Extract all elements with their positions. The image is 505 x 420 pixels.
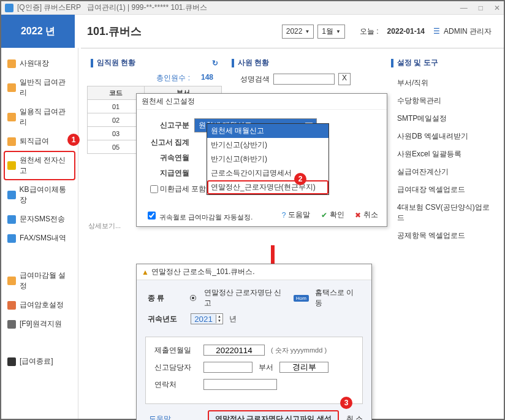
sidebar-item-password[interactable]: 급여암호설정	[4, 296, 75, 315]
contact-input[interactable]	[203, 379, 277, 390]
setting-item[interactable]: 실급여잔계산기	[397, 163, 495, 181]
year-select[interactable]: 2022▼	[282, 25, 314, 39]
setting-item[interactable]: 급여대장 엑셀업로드	[397, 181, 495, 199]
dropdown-option[interactable]: 원천세 매월신고	[207, 124, 328, 138]
setting-item[interactable]: 4대보험 CSV(공단양식)업로드	[397, 199, 495, 227]
exit-icon	[7, 357, 16, 366]
cancel-link[interactable]: 취 소	[346, 414, 363, 420]
generate-file-button[interactable]: 연말정산 근로자명단 신고파일 생성	[208, 410, 339, 420]
search-label: 성명검색	[240, 74, 270, 85]
cancel-button[interactable]: ✖취소	[355, 210, 378, 220]
sidebar-item-exit[interactable]: [급여종료]	[4, 352, 75, 371]
today-label: 오늘 :	[360, 26, 379, 37]
help-label: 도움말	[288, 210, 310, 220]
spin-up[interactable]: ▲	[216, 315, 222, 319]
setting-item[interactable]: 수당항목관리	[397, 92, 495, 110]
ok-label: 확인	[330, 210, 344, 220]
sidebar: 사원대장 일반직 급여관리 일용직 급여관리 퇴직급여 원천세 전자신고 KB급…	[1, 48, 78, 419]
help-link[interactable]: 도움말	[149, 414, 171, 420]
attrib-year-label: 귀속연월	[148, 153, 194, 163]
manager-input[interactable]	[203, 362, 252, 373]
dropdown-option[interactable]: 반기신고(하반기)	[207, 152, 328, 166]
total-label: 총인원수 :	[156, 73, 190, 83]
contact-label: 연락처	[154, 380, 197, 390]
sidebar-item-label: 문자SMS전송	[20, 214, 65, 224]
ok-button[interactable]: ✔확인	[321, 210, 344, 220]
sidebar-item-fax-history[interactable]: FAX/SMS내역	[4, 229, 75, 248]
callout-1: 1	[67, 134, 80, 146]
help-icon: ?	[282, 211, 286, 220]
year-input[interactable]	[191, 314, 216, 324]
radio-label: 연말정산 근로자명단 신고	[204, 288, 287, 308]
doc-icon	[7, 59, 16, 68]
maximize-button[interactable]: □	[479, 4, 483, 12]
refresh-icon[interactable]: ↻	[212, 59, 218, 67]
sidebar-item-label: 일반직 급여관리	[20, 77, 72, 98]
total-value: 148	[201, 73, 222, 83]
doc-icon	[7, 137, 16, 146]
sidebar-item-sms[interactable]: 문자SMS전송	[4, 210, 75, 229]
setting-item[interactable]: SMTP메일설정	[397, 110, 495, 128]
setting-item[interactable]: 사원Excel 일괄등록	[397, 145, 495, 163]
remote-icon	[7, 320, 16, 329]
spin-down[interactable]: ▼	[216, 319, 222, 323]
name-search-input[interactable]	[273, 74, 335, 85]
setting-item[interactable]: 공제항목 엑셀업로드	[397, 227, 495, 245]
sidebar-item-withholding-tax[interactable]: 원천세 전자신고	[4, 151, 75, 180]
modal-yearend-labor-income: ▲연말정산 근로소득_101.큐버스. 종 류 연말정산 근로자명단 신고 Ho…	[136, 264, 372, 420]
setting-item[interactable]: 사원DB 엑셀내려받기	[397, 128, 495, 145]
year-badge: 2022 년	[1, 15, 75, 48]
modal2-title: 연말정산 근로소득_101.큐버스.	[151, 267, 255, 277]
sidebar-item-label: 사원대장	[20, 58, 49, 69]
admin-user: ADMIN 관리자	[444, 26, 492, 37]
caret-down-icon: ▼	[336, 29, 341, 34]
x-icon: ✖	[355, 211, 361, 220]
bank-icon	[7, 191, 16, 199]
sidebar-item-label: 일용직 급여관리	[20, 107, 72, 128]
kind-label: 종 류	[148, 293, 184, 304]
titlebar-app: [Q인증] 큐버스ERP	[17, 2, 81, 13]
sidebar-item-remote-support[interactable]: [F9]원격지원	[4, 315, 75, 334]
sidebar-item-label: 퇴직급여	[20, 136, 49, 147]
submit-date-input[interactable]	[203, 345, 265, 356]
fax-icon	[7, 234, 16, 243]
sidebar-item-daily-pay[interactable]: 일용직 급여관리	[4, 102, 75, 132]
unrefunded-checkbox[interactable]	[150, 185, 158, 193]
hometax-link[interactable]: 홈택스로 이동	[315, 288, 360, 308]
dropdown-option[interactable]: 반기신고(상반기)	[207, 138, 328, 152]
dropdown-option[interactable]: 근로소득간이지급명세서	[207, 166, 328, 180]
panel-title: 임직원 현황	[97, 58, 135, 68]
unrefunded-label: 미환급세 포함	[160, 184, 206, 194]
list-icon: ☰	[433, 27, 440, 36]
doc-icon	[7, 83, 16, 92]
year-unit: 년	[229, 314, 237, 324]
sidebar-item-label: 원천세 전자신고	[20, 155, 72, 176]
sidebar-item-kb-account[interactable]: KB급여이체통장	[4, 180, 75, 210]
sidebar-item-regular-pay[interactable]: 일반직 급여관리	[4, 73, 75, 102]
app-icon	[5, 4, 13, 12]
month-select[interactable]: 1월▼	[317, 25, 345, 39]
type-dropdown-list: 원천세 매월신고 반기신고(상반기) 반기신고(하반기) 근로소득간이지급명세서…	[207, 123, 329, 195]
panel-title: 사원 현황	[238, 58, 269, 68]
hometax-icon: Hom	[294, 295, 309, 302]
today-value: 2022-01-14	[387, 27, 425, 36]
sidebar-item-close-month[interactable]: 급여마감월 설정	[4, 266, 75, 296]
close-button[interactable]: ✕	[494, 4, 500, 12]
minimize-button[interactable]: —	[460, 4, 468, 12]
autoset-checkbox[interactable]	[148, 212, 156, 220]
submit-date-label: 제출연월일	[154, 345, 197, 356]
dropdown-option-yearend[interactable]: 연말정산_근로자명단(현근무지)	[207, 180, 328, 194]
clear-search-button[interactable]: X	[338, 73, 351, 85]
help-button[interactable]: ?도움말	[282, 210, 311, 220]
dept-input[interactable]	[279, 362, 328, 373]
star-icon	[7, 161, 16, 170]
titlebar-sub: 급여관리(1) | 999-**-***** 101.큐버스	[87, 2, 207, 13]
callout-3: 3	[340, 397, 352, 409]
setting-item[interactable]: 부서/직위	[397, 74, 495, 92]
kind-radio[interactable]	[190, 295, 196, 301]
sidebar-item-employee-ledger[interactable]: 사원대장	[4, 54, 75, 73]
year-spinner[interactable]: ▲▼	[191, 313, 223, 324]
modal1-title: 원천세 신고설정	[137, 94, 387, 110]
cancel-label: 취소	[363, 210, 378, 220]
sidebar-item-severance[interactable]: 퇴직급여	[4, 132, 75, 151]
